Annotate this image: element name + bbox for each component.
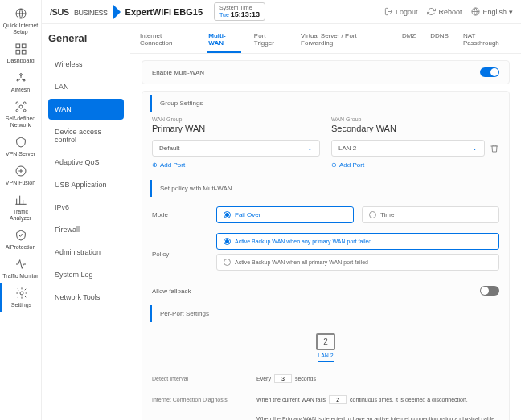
- detect-interval-input[interactable]: [274, 374, 292, 383]
- svg-point-12: [23, 109, 26, 112]
- svg-point-11: [16, 109, 18, 112]
- globe-icon: [14, 6, 28, 21]
- brand-logo: /SUS | BUSINESS: [50, 7, 108, 17]
- tab-porttrigger[interactable]: Port Trigger: [252, 29, 288, 53]
- enable-label: Enable Multi-WAN: [152, 69, 204, 76]
- policy-section-header: Set policy with Muti-WAN: [150, 180, 509, 197]
- side-menu: General Wireless LAN WAN Device access c…: [42, 24, 130, 420]
- sm-ipv6[interactable]: IPv6: [48, 197, 124, 218]
- network-icon: [14, 100, 28, 114]
- sm-wan[interactable]: WAN: [48, 99, 124, 120]
- policy-all-failed[interactable]: Active Backup WAN when all primary WAN p…: [216, 254, 499, 271]
- svg-point-8: [19, 105, 23, 108]
- mesh-icon: [14, 71, 28, 85]
- svg-point-6: [16, 79, 18, 81]
- tab-bar: Internet Connection Multi-WAN Port Trigg…: [130, 24, 521, 54]
- svg-point-14: [20, 292, 23, 295]
- monitor-icon: [14, 257, 28, 271]
- analyzer-icon: [14, 193, 28, 207]
- shield-icon: [14, 228, 28, 243]
- policy-any-failed[interactable]: Active Backup WAN when any primary WAN p…: [216, 233, 499, 250]
- sm-lan[interactable]: LAN: [48, 76, 124, 97]
- port-tab[interactable]: 2 LAN 2: [316, 333, 335, 362]
- dashboard-icon: [14, 42, 28, 56]
- svg-point-7: [23, 79, 25, 81]
- sm-nettools[interactable]: Network Tools: [48, 287, 124, 308]
- rail-vpn-server[interactable]: VPN Server: [0, 132, 41, 161]
- sm-qos[interactable]: Adaptive QoS: [48, 152, 124, 173]
- detect-interval-label: Detect Interval: [152, 376, 256, 381]
- tab-ddns[interactable]: DDNS: [429, 29, 450, 53]
- gear-icon: [14, 286, 29, 300]
- rail-traffic-analyzer[interactable]: Traffic Analyzer: [0, 190, 41, 225]
- chevron-down-icon: ⌄: [472, 145, 478, 152]
- plus-icon: ⊕: [331, 161, 337, 169]
- sm-admin[interactable]: Administration: [48, 242, 124, 263]
- tab-internet[interactable]: Internet Connection: [138, 29, 195, 53]
- tab-multiwan[interactable]: Multi-WAN: [207, 29, 241, 53]
- rail-vpn-fusion[interactable]: VPN Fusion: [0, 161, 41, 190]
- topbar: /SUS | BUSINESS ExpertWiFi EBG15 System …: [42, 0, 521, 24]
- svg-rect-2: [22, 44, 26, 48]
- secondary-wan-select[interactable]: LAN 2⌄: [331, 140, 485, 157]
- system-time-box: System Time Tue 15:13:13: [214, 2, 265, 21]
- svg-point-9: [16, 102, 18, 104]
- policy-label: Policy: [152, 251, 216, 258]
- enable-multiwan-row: Enable Multi-WAN: [142, 61, 509, 84]
- language-select[interactable]: English ▾: [471, 7, 513, 16]
- mode-time[interactable]: Time: [362, 206, 499, 223]
- vpn-icon: [14, 135, 28, 149]
- mode-label: Mode: [152, 211, 216, 218]
- tab-virtualserver[interactable]: Virtual Server / Port Forwarding: [299, 29, 389, 53]
- rail-aimesh[interactable]: AiMesh: [0, 67, 41, 96]
- vpn-fusion-icon: [14, 164, 28, 178]
- svg-rect-4: [22, 50, 26, 54]
- primary-wan-select[interactable]: Default⌄: [152, 140, 320, 157]
- reboot-button[interactable]: Reboot: [427, 7, 462, 16]
- chevron-icon: [113, 4, 121, 20]
- sm-usb[interactable]: USB Application: [48, 174, 124, 195]
- rail-quick-setup[interactable]: Quick Internet Setup: [0, 3, 41, 39]
- sm-wireless[interactable]: Wireless: [48, 54, 124, 75]
- diagnosis-label: Internet Connection Diagnosis: [152, 397, 256, 402]
- rail-aiprotection[interactable]: AiProtection: [0, 225, 41, 254]
- chevron-down-icon: ▾: [509, 8, 513, 16]
- svg-point-5: [19, 74, 22, 76]
- sm-firewall[interactable]: Firewall: [48, 219, 124, 240]
- fallback-label: Allow fallback: [152, 287, 191, 295]
- fallback-toggle[interactable]: [480, 286, 499, 296]
- sm-syslog[interactable]: System Log: [48, 264, 124, 285]
- svg-rect-1: [16, 44, 20, 48]
- rail-settings[interactable]: Settings: [0, 283, 41, 312]
- sidemenu-title: General: [48, 32, 124, 44]
- svg-rect-3: [16, 50, 20, 54]
- tab-natpass[interactable]: NAT Passthrough: [462, 29, 513, 53]
- secondary-add-port[interactable]: ⊕Add Port: [331, 161, 499, 169]
- logout-button[interactable]: Logout: [384, 7, 418, 16]
- mode-failover[interactable]: Fail Over: [216, 206, 354, 223]
- tab-dmz[interactable]: DMZ: [400, 29, 417, 53]
- model-name: ExpertWiFi EBG15: [125, 7, 203, 17]
- left-rail: Quick Internet Setup Dashboard AiMesh Se…: [0, 0, 42, 420]
- enable-multiwan-toggle[interactable]: [480, 67, 499, 77]
- primary-wan-group: WAN Group Primary WAN Default⌄ ⊕Add Port: [152, 116, 320, 169]
- perport-header: Per-Port Settings: [150, 305, 509, 322]
- diagnosis-input[interactable]: [329, 395, 347, 404]
- chevron-down-icon: ⌄: [307, 145, 313, 152]
- sm-device-access[interactable]: Device access control: [48, 121, 124, 150]
- plus-icon: ⊕: [152, 161, 158, 169]
- svg-point-10: [23, 102, 26, 104]
- rail-traffic-monitor[interactable]: Traffic Monitor: [0, 254, 41, 283]
- rail-dashboard[interactable]: Dashboard: [0, 39, 41, 67]
- group-settings-header: Group Settings: [150, 95, 509, 112]
- primary-add-port[interactable]: ⊕Add Port: [152, 161, 320, 169]
- delete-secondary-button[interactable]: [490, 144, 499, 153]
- secondary-wan-group: WAN Group Secondary WAN LAN 2⌄ ⊕Add Port: [331, 116, 499, 169]
- rail-self-network[interactable]: Self-defined Network: [0, 96, 41, 132]
